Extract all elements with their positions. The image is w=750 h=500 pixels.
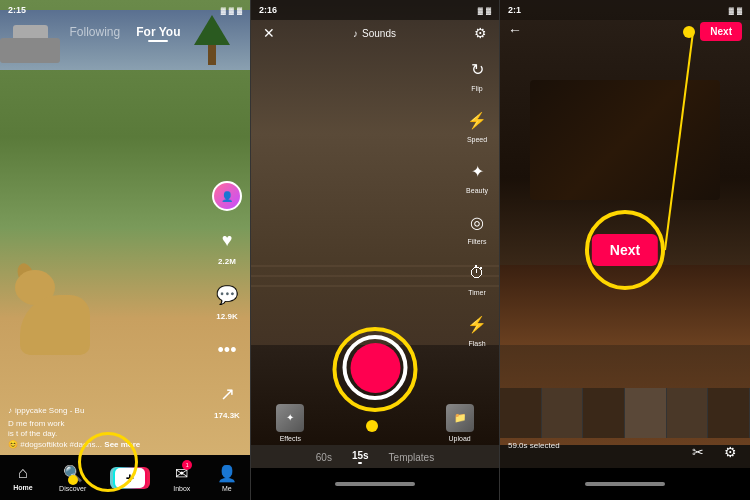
status-bar: 2:1 ▓ ▓ bbox=[500, 0, 750, 20]
timeline-label: 59.0s selected bbox=[508, 441, 560, 450]
battery-icon: ▓ bbox=[737, 7, 742, 14]
nav-me[interactable]: 👤 Me bbox=[217, 464, 237, 492]
upload-button[interactable]: 📁 Upload bbox=[446, 404, 474, 442]
caption-emoji: 😊 bbox=[8, 440, 18, 449]
ellipsis-icon: ••• bbox=[212, 335, 242, 365]
filters-control[interactable]: ◎ Filters bbox=[463, 208, 491, 245]
flash-label: Flash bbox=[468, 340, 485, 347]
beauty-label: Beauty bbox=[466, 187, 488, 194]
timer-15s[interactable]: 15s bbox=[352, 450, 369, 464]
profile-icon: 👤 bbox=[217, 464, 237, 483]
beauty-control[interactable]: ✦ Beauty bbox=[463, 157, 491, 194]
timeline-frame-5 bbox=[667, 388, 709, 438]
timeline-strip[interactable] bbox=[500, 388, 750, 438]
avatar-button[interactable]: 👤 bbox=[212, 181, 242, 211]
next-label-top: Next bbox=[710, 26, 732, 37]
upload-icon: 📁 bbox=[446, 404, 474, 432]
back-button[interactable]: ← bbox=[508, 22, 522, 38]
crop-icon[interactable]: ✂ bbox=[686, 440, 710, 464]
timeline-frame-2 bbox=[542, 388, 584, 438]
home-indicator bbox=[335, 482, 415, 486]
top-navigation[interactable]: Following For You bbox=[0, 18, 250, 46]
music-icon: ♪ bbox=[353, 28, 358, 39]
plus-annotation-circle bbox=[78, 432, 138, 492]
nav-inbox[interactable]: ✉ 1 Inbox bbox=[173, 464, 190, 492]
filters-label: Filters bbox=[467, 238, 486, 245]
panel-tiktok-feed: 2:15 ▓ ▓ ▓ Following For You 👤 ♥ 2.2M 💬 … bbox=[0, 0, 250, 500]
battery-icon: ▓ bbox=[486, 7, 491, 14]
song-info: ♪ ippycake Song - Bu bbox=[8, 406, 202, 415]
record-annotation-circle bbox=[333, 327, 418, 412]
camera-settings-icon[interactable]: ⚙ bbox=[474, 25, 487, 41]
home-label: Home bbox=[13, 484, 32, 491]
share-icon: ↗ bbox=[212, 379, 242, 409]
timer-icon: ⏱ bbox=[463, 259, 491, 287]
avatar: 👤 bbox=[212, 181, 242, 211]
camera-top-bar: ✕ ♪ Sounds ⚙ bbox=[251, 18, 499, 48]
flash-control[interactable]: ⚡ Flash bbox=[463, 310, 491, 347]
status-time: 2:15 bbox=[8, 5, 26, 15]
flip-control[interactable]: ↻ Flip bbox=[463, 55, 491, 92]
caption-line2: me from work bbox=[16, 419, 64, 428]
effects-button[interactable]: ✦ Effects bbox=[276, 404, 304, 442]
heart-icon: ♥ bbox=[212, 225, 242, 255]
more-button[interactable]: ••• bbox=[212, 335, 242, 365]
upload-label: Upload bbox=[449, 435, 471, 442]
timer-tabs: 60s 15s Templates bbox=[251, 446, 499, 468]
timeline-frame-6 bbox=[708, 388, 750, 438]
like-button[interactable]: ♥ 2.2M bbox=[212, 225, 242, 266]
sounds-button[interactable]: ♪ Sounds bbox=[353, 28, 396, 39]
speed-control[interactable]: ⚡ Speed bbox=[463, 106, 491, 143]
timer-60s[interactable]: 60s bbox=[316, 452, 332, 463]
status-time: 2:1 bbox=[508, 5, 521, 15]
bottom-bar bbox=[500, 468, 750, 500]
signal-icon: ▓ bbox=[221, 7, 226, 14]
timer-templates[interactable]: Templates bbox=[389, 452, 435, 463]
object-silhouette bbox=[530, 80, 720, 200]
signal-icon: ▓ bbox=[478, 7, 483, 14]
adjust-icon[interactable]: ⚙ bbox=[718, 440, 742, 464]
flip-icon: ↻ bbox=[463, 55, 491, 83]
bottom-bar bbox=[251, 468, 499, 500]
status-time: 2:16 bbox=[259, 5, 277, 15]
status-icons: ▓ ▓ ▓ bbox=[221, 7, 242, 14]
timeline-frame-1 bbox=[500, 388, 542, 438]
camera-controls: ↻ Flip ⚡ Speed ✦ Beauty ◎ Filters ⏱ Time… bbox=[463, 55, 491, 347]
share-count: 174.3K bbox=[214, 411, 240, 420]
home-icon: ⌂ bbox=[18, 464, 28, 482]
next-button-top[interactable]: Next bbox=[700, 22, 742, 41]
status-icons: ▓ ▓ bbox=[729, 7, 742, 14]
sounds-label: Sounds bbox=[362, 28, 396, 39]
next-annotation-dot bbox=[683, 26, 695, 38]
back-icon: ← bbox=[508, 22, 522, 38]
close-button[interactable]: ✕ bbox=[263, 25, 275, 41]
comment-button[interactable]: 💬 12.9K bbox=[212, 280, 242, 321]
caption-line1: D bbox=[8, 419, 14, 428]
tab-following[interactable]: Following bbox=[70, 25, 121, 39]
nav-home[interactable]: ⌂ Home bbox=[13, 464, 32, 491]
inbox-label: Inbox bbox=[173, 485, 190, 492]
panel-camera: 2:16 ▓ ▓ ✕ ♪ Sounds ⚙ ↻ Flip ⚡ Speed ✦ B… bbox=[250, 0, 500, 500]
effects-label: Effects bbox=[280, 435, 301, 442]
wifi-icon: ▓ bbox=[229, 7, 234, 14]
inbox-badge: 1 bbox=[182, 460, 192, 470]
share-button[interactable]: ↗ 174.3K bbox=[212, 379, 242, 420]
timer-control[interactable]: ⏱ Timer bbox=[463, 259, 491, 296]
record-annotation-dot bbox=[366, 420, 378, 432]
bottom-annotation-dot bbox=[68, 475, 78, 485]
discover-label: Discover bbox=[59, 485, 86, 492]
song-text: ippycake Song - Bu bbox=[15, 406, 84, 415]
flip-label: Flip bbox=[471, 85, 482, 92]
speed-label: Speed bbox=[467, 136, 487, 143]
caption-line4: t of the day. bbox=[16, 429, 57, 438]
panel-preview: 2:1 ▓ ▓ ← Next Next 59.0s selected ✂ ⚙ bbox=[500, 0, 750, 500]
ground-texture bbox=[251, 265, 499, 325]
comment-icon: 💬 bbox=[212, 280, 242, 310]
status-icons: ▓ ▓ bbox=[478, 7, 491, 14]
next-annotation-circle bbox=[585, 210, 665, 290]
beauty-icon: ✦ bbox=[463, 157, 491, 185]
tab-for-you[interactable]: For You bbox=[136, 25, 180, 39]
timeline-frame-4 bbox=[625, 388, 667, 438]
timeline-frame-3 bbox=[583, 388, 625, 438]
like-count: 2.2M bbox=[218, 257, 236, 266]
